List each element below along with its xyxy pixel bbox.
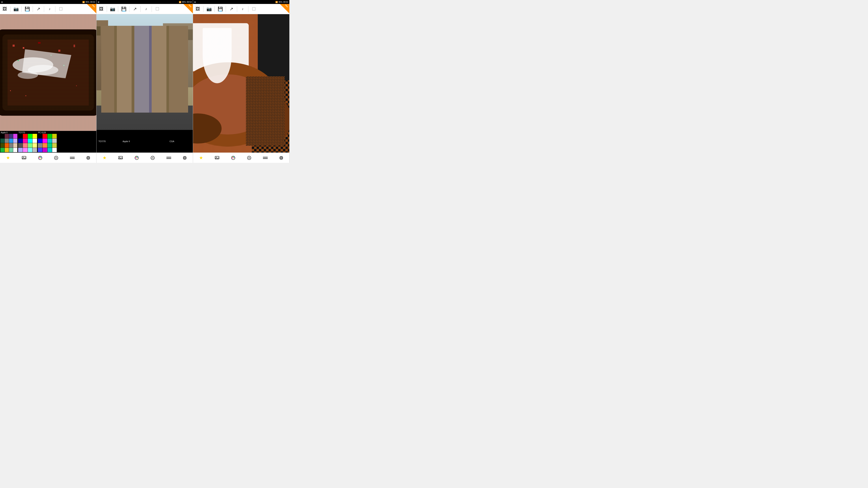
svg-rect-15 [10,90,11,91]
svg-rect-35 [88,157,89,159]
image-icon-1[interactable]: 🖼 [2,6,8,12]
svg-rect-56 [163,23,193,102]
layers-icon-3[interactable]: ☐ [251,6,257,12]
image-mode-button-2[interactable] [117,154,124,161]
svg-rect-17 [76,85,77,86]
dither-button-1[interactable] [53,154,60,161]
battery-3: 95% [279,1,282,3]
color-cell [18,134,23,138]
svg-point-88 [153,158,154,159]
svg-point-9 [12,57,53,72]
layers-icon-2[interactable]: ☐ [154,6,160,12]
svg-rect-1 [0,29,96,116]
color-cell [5,134,9,138]
svg-rect-32 [70,157,75,158]
status-bar-1: ⊞ 📶 95% 09:54 [0,0,96,4]
dash-mode-button-3[interactable] [262,154,269,161]
image-icon-2[interactable]: 🖼 [98,6,104,12]
bottom-bar-3: ★ [193,153,289,163]
color-cell [13,148,17,152]
chip-button-1[interactable] [85,154,92,161]
svg-rect-72 [108,29,163,54]
street-svg [96,14,193,130]
svg-rect-48 [96,14,193,130]
camera-icon-2[interactable]: 📷 [109,6,116,12]
main-image-2[interactable] [96,14,193,130]
svg-point-133 [250,158,250,159]
cga-thumb-container[interactable]: CGA [169,140,192,143]
svg-point-119 [255,95,289,144]
svg-point-11 [18,71,38,79]
svg-rect-92 [184,157,186,159]
status-bar-2: ⊞ 📶 95% 09:54 [96,0,193,4]
apple2-thumb-container[interactable]: Apple II [122,140,167,143]
color-cell [28,134,32,138]
image-icon-3[interactable]: 🖼 [195,6,201,12]
svg-point-27 [55,157,56,158]
to770-label: TO7/70 [18,131,37,134]
palette-button-2[interactable] [133,154,140,161]
share-icon-2[interactable]: ↗ [132,6,138,12]
svg-rect-58 [177,29,184,40]
color-cell [42,134,47,138]
chip-button-3[interactable] [278,154,285,161]
chip-button-2[interactable] [181,154,188,161]
save-icon-2[interactable]: 💾 [121,6,127,12]
palette-icon-2[interactable]: ♪ [143,6,149,12]
panel-1: ⊞ 📶 95% 09:54 🖼 📷 💾 ↗ ♪ ☐ PRO [0,0,96,163]
svg-point-84 [152,157,152,158]
main-image-1[interactable] [0,14,96,131]
share-icon-3[interactable]: ↗ [228,6,235,12]
color-cell [52,134,57,138]
palette-icon-3[interactable]: ♪ [240,6,246,12]
svg-rect-115 [258,14,289,80]
svg-rect-65 [145,89,148,97]
to770-palette[interactable]: TO7/70 [18,131,37,153]
svg-point-81 [137,158,138,159]
palette-icon-1[interactable]: ♪ [46,6,53,12]
image-mode-icon-1 [22,156,26,160]
save-icon-3[interactable]: 💾 [217,6,223,12]
dither-button-3[interactable] [246,154,253,161]
svg-rect-59 [187,29,193,40]
chip-icon-2 [182,156,187,160]
content-area-1: Apple II [0,14,96,153]
main-image-3[interactable] [193,14,289,153]
color-cell [28,143,32,148]
svg-point-130 [250,157,250,158]
star-button-1[interactable]: ★ [4,154,11,161]
to770-thumb-container[interactable]: TO7/70 [98,140,121,143]
dash-mode-button-1[interactable] [69,154,76,161]
star-button-3[interactable]: ★ [197,154,205,161]
svg-point-121 [216,157,217,158]
share-icon-1[interactable]: ↗ [35,6,41,12]
image-mode-button-1[interactable] [21,154,28,161]
dash-icon-2 [166,157,171,159]
bottom-bar-1: ★ [0,153,96,163]
pro-text-3: PRO [285,4,288,8]
save-icon-1[interactable]: 💾 [24,6,30,12]
camera-icon-1[interactable]: 📷 [13,6,19,12]
camera-icon-3[interactable]: 📷 [206,6,212,12]
color-cell [13,138,17,143]
apple2-palette[interactable]: Apple II [0,131,18,153]
pro-text-1: PRO [92,4,95,8]
divider-3d [237,6,237,12]
layers-icon-1[interactable]: ☐ [58,6,64,12]
divider-3a [203,6,204,12]
dash-mode-button-2[interactable] [165,154,172,161]
palette-button-1[interactable] [37,154,44,161]
pc6128-palette[interactable]: PC 6128 [37,131,57,153]
svg-rect-74 [178,87,193,105]
battery-2: 95% [182,1,186,3]
svg-point-124 [233,157,234,157]
svg-rect-63 [120,90,123,98]
color-cell [28,138,32,143]
star-button-2[interactable]: ★ [101,154,108,161]
palette-button-3[interactable] [230,154,237,161]
color-cell [32,143,37,148]
image-mode-button-3[interactable] [214,154,221,161]
status-left-2: ⊞ [98,1,99,3]
color-cell [48,143,52,148]
dither-button-2[interactable] [149,154,156,161]
